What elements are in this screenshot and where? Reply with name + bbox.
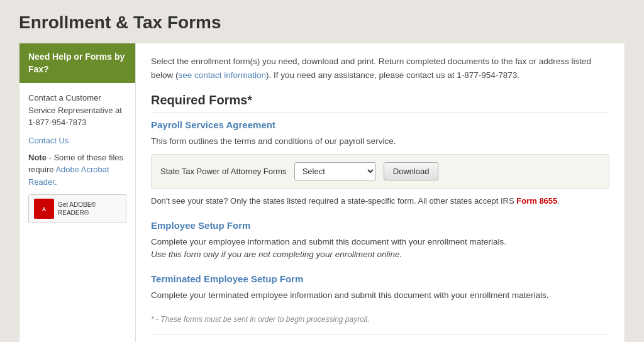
terminated-employee-link[interactable]: Terminated Employee Setup Form xyxy=(151,273,609,284)
employee-setup-section: Employee Setup Form Complete your employ… xyxy=(151,220,609,262)
employee-setup-link[interactable]: Employee Setup Form xyxy=(151,220,609,231)
terminated-employee-section: Terminated Employee Setup Form Complete … xyxy=(151,273,609,302)
sidebar-body: Contact a Customer Service Representativ… xyxy=(19,83,135,232)
sidebar-header: Need Help or Forms by Fax? xyxy=(19,43,135,83)
payroll-agreement-desc: This form outlines the terms and conditi… xyxy=(151,135,609,148)
sidebar-note: Note - Some of these files require Adobe… xyxy=(28,152,126,189)
state-note: Don't see your state? Only the states li… xyxy=(151,195,609,207)
note-bold: Note xyxy=(28,153,47,162)
form-8655-link[interactable]: Form 8655 xyxy=(516,196,557,206)
state-note-end: . xyxy=(557,196,560,206)
page-wrapper: Enrollment & Tax Forms Need Help or Form… xyxy=(0,0,644,342)
employee-setup-italic: Use this form only if you are not comple… xyxy=(151,250,402,259)
contact-info-link[interactable]: see contact information xyxy=(179,70,267,80)
state-note-text: Don't see your state? Only the states li… xyxy=(151,196,516,206)
required-forms-title: Required Forms* xyxy=(151,93,609,113)
payroll-agreement-section: Payroll Services Agreement This form out… xyxy=(151,119,609,207)
additional-title: Additional Tax Form Resources xyxy=(151,334,609,342)
contact-us-link[interactable]: Contact Us xyxy=(28,136,69,145)
content-area: Need Help or Forms by Fax? Contact a Cus… xyxy=(19,43,625,342)
adobe-badge-text: Get ADOBE® READER® xyxy=(58,201,121,217)
sidebar-contact-text: Contact a Customer Service Representativ… xyxy=(28,92,126,129)
intro-text: Select the enrollment form(s) you need, … xyxy=(151,55,609,82)
svg-text:A: A xyxy=(42,206,47,212)
adobe-badge: A Get ADOBE® READER® xyxy=(28,194,126,223)
state-tax-row: State Tax Power of Attorney Forms Select… xyxy=(151,154,609,189)
sidebar: Need Help or Forms by Fax? Contact a Cus… xyxy=(19,43,136,342)
employee-setup-desc: Complete your employee information and s… xyxy=(151,236,609,262)
employee-setup-desc-text: Complete your employee information and s… xyxy=(151,237,506,246)
state-select[interactable]: Select Alabama Alaska Arizona California… xyxy=(294,162,376,180)
main-content: Select the enrollment form(s) you need, … xyxy=(136,43,625,342)
adobe-icon: A xyxy=(34,199,54,219)
terminated-employee-desc: Complete your terminated employee inform… xyxy=(151,289,609,302)
asterisk-note: * - These forms must be sent in order to… xyxy=(151,315,609,324)
payroll-agreement-link[interactable]: Payroll Services Agreement xyxy=(151,119,609,130)
download-button[interactable]: Download xyxy=(384,162,439,180)
state-tax-label: State Tax Power of Attorney Forms xyxy=(160,167,287,176)
page-title: Enrollment & Tax Forms xyxy=(19,13,625,33)
